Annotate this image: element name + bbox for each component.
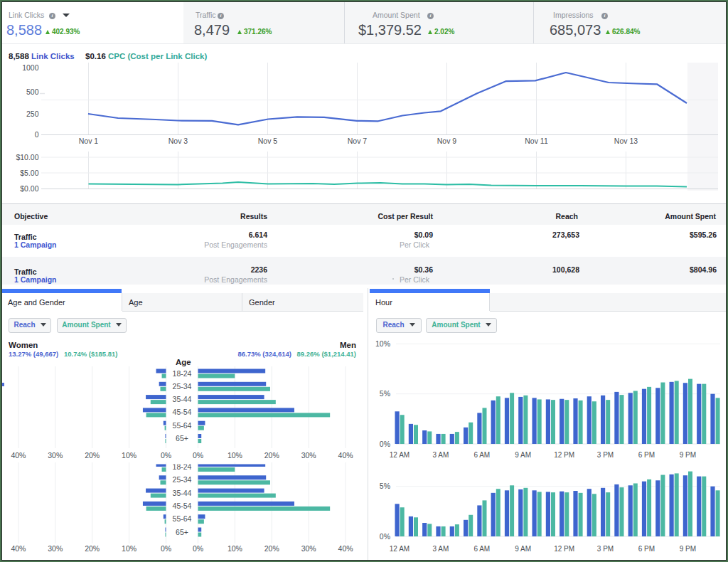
svg-text:0%: 0% (161, 451, 171, 460)
svg-text:35-44: 35-44 (173, 489, 192, 497)
svg-text:0%: 0% (193, 544, 203, 553)
svg-text:10%: 10% (375, 339, 390, 348)
svg-text:20%: 20% (264, 451, 279, 460)
svg-text:12 PM: 12 PM (554, 451, 574, 459)
svg-text:6 AM: 6 AM (473, 545, 490, 553)
svg-text:40%: 40% (11, 544, 26, 553)
svg-text:Nov 11: Nov 11 (525, 137, 548, 145)
svg-text:45-54: 45-54 (173, 502, 192, 510)
svg-text:10%: 10% (228, 544, 242, 553)
svg-text:3 PM: 3 PM (597, 451, 614, 459)
svg-text:20%: 20% (264, 544, 279, 553)
svg-text:Nov 5: Nov 5 (258, 137, 278, 145)
svg-text:0%: 0% (161, 544, 171, 553)
svg-text:40%: 40% (11, 451, 26, 460)
svg-text:30%: 30% (48, 451, 63, 460)
svg-text:30%: 30% (301, 451, 316, 460)
svg-text:9 AM: 9 AM (515, 545, 531, 553)
svg-text:0%: 0% (380, 532, 390, 541)
svg-text:45-54: 45-54 (173, 408, 192, 416)
svg-text:12 AM: 12 AM (390, 545, 410, 553)
svg-text:6 PM: 6 PM (638, 545, 655, 553)
svg-text:18-24: 18-24 (173, 369, 192, 378)
svg-text:65+: 65+ (176, 528, 188, 536)
svg-text:9 PM: 9 PM (680, 545, 696, 553)
svg-text:3 AM: 3 AM (433, 451, 449, 459)
svg-text:9 PM: 9 PM (680, 451, 696, 459)
svg-text:40%: 40% (338, 544, 353, 553)
svg-text:6 AM: 6 AM (473, 451, 490, 459)
svg-text:5%: 5% (380, 389, 390, 398)
svg-text:20%: 20% (85, 544, 100, 553)
svg-text:18-24: 18-24 (173, 462, 192, 471)
svg-text:250: 250 (26, 110, 39, 118)
svg-text:10%: 10% (122, 544, 136, 553)
svg-text:35-44: 35-44 (173, 395, 192, 403)
svg-text:9 AM: 9 AM (515, 451, 531, 459)
svg-text:3 PM: 3 PM (597, 545, 614, 553)
svg-text:Nov 3: Nov 3 (168, 137, 188, 145)
svg-text:0: 0 (35, 130, 39, 139)
svg-text:40%: 40% (338, 451, 353, 460)
svg-text:65+: 65+ (176, 434, 188, 442)
svg-text:Nov 13: Nov 13 (614, 137, 638, 145)
svg-text:500: 500 (26, 88, 39, 96)
svg-text:0%: 0% (380, 440, 390, 448)
svg-text:$5.00: $5.00 (20, 169, 38, 177)
svg-text:$10.00: $10.00 (16, 153, 38, 161)
svg-text:30%: 30% (48, 544, 63, 553)
svg-text:30%: 30% (301, 544, 316, 553)
svg-text:5%: 5% (380, 482, 390, 490)
svg-text:12 PM: 12 PM (554, 545, 574, 553)
svg-text:Nov 7: Nov 7 (348, 137, 368, 145)
svg-text:6 PM: 6 PM (638, 451, 655, 459)
svg-text:3 AM: 3 AM (433, 545, 449, 553)
svg-text:0%: 0% (193, 451, 203, 460)
svg-text:25-34: 25-34 (173, 382, 192, 391)
svg-text:20%: 20% (85, 451, 100, 460)
svg-text:$0.00: $0.00 (20, 184, 38, 193)
svg-text:10%: 10% (228, 451, 242, 460)
svg-text:1000: 1000 (22, 63, 39, 72)
svg-text:12 AM: 12 AM (390, 451, 410, 459)
svg-text:55-64: 55-64 (173, 421, 192, 430)
svg-text:25-34: 25-34 (173, 475, 192, 484)
svg-text:10%: 10% (122, 451, 136, 460)
svg-text:55-64: 55-64 (173, 514, 192, 523)
svg-text:Nov 1: Nov 1 (79, 137, 99, 145)
svg-text:Nov 9: Nov 9 (437, 137, 457, 145)
